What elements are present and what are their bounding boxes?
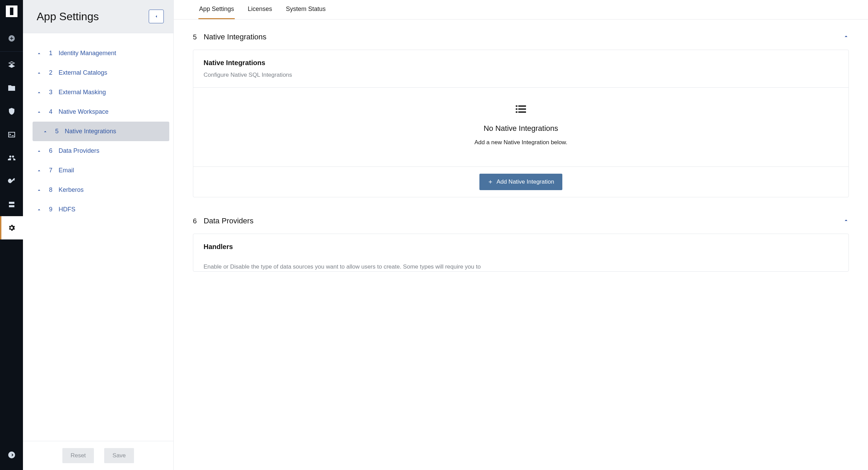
toc-label: External Masking: [59, 89, 106, 96]
toc-num: 9: [48, 206, 52, 213]
toc-label: Identity Management: [59, 50, 116, 57]
section-header-data-providers[interactable]: 6 Data Providers: [193, 214, 849, 234]
card-title: Handlers: [204, 243, 838, 251]
app-logo[interactable]: [6, 5, 17, 17]
tab-licenses[interactable]: Licenses: [247, 0, 273, 19]
add-native-integration-label: Add Native Integration: [497, 178, 554, 185]
toc-item-data-providers[interactable]: 6 Data Providers: [23, 141, 163, 161]
nav-rail: [0, 0, 23, 470]
add-native-integration-button[interactable]: Add Native Integration: [479, 174, 562, 190]
toc-num: 1: [48, 50, 52, 57]
section-header-native-integrations[interactable]: 5 Native Integrations: [193, 30, 849, 50]
toc-num: 5: [54, 128, 59, 135]
nav-collapse[interactable]: [0, 443, 23, 467]
chevron-up-icon: [37, 51, 41, 56]
tab-system-status[interactable]: System Status: [285, 0, 326, 19]
toc-num: 7: [48, 167, 52, 174]
chevron-up-icon: [37, 149, 41, 153]
card-head: Native Integrations Configure Native SQL…: [193, 50, 848, 88]
toc-label: Native Workspace: [59, 108, 109, 115]
chevron-up-icon: [43, 129, 48, 134]
chevron-up-icon: [37, 188, 41, 193]
sidebar-header: App Settings: [23, 0, 173, 33]
tabs: App Settings Licenses System Status: [174, 0, 868, 20]
toc-item-kerberos[interactable]: 8 Kerberos: [23, 180, 163, 200]
empty-subtitle: Add a new Native Integration below.: [204, 139, 838, 146]
nav-settings[interactable]: [0, 216, 23, 239]
sidebar-title: App Settings: [37, 10, 99, 23]
chevron-left-icon: [154, 14, 159, 19]
nav-layers[interactable]: [0, 53, 23, 76]
toc-item-identity-management[interactable]: 1 Identity Management: [23, 44, 163, 63]
arrow-right-circle-icon: [8, 451, 16, 459]
toc-num: 8: [48, 186, 52, 194]
toc-label: Native Integrations: [65, 128, 116, 135]
terminal-icon: [8, 131, 16, 139]
card-subtitle: Configure Native SQL Integrations: [204, 72, 838, 78]
shield-icon: [8, 107, 16, 115]
key-icon: [8, 177, 16, 185]
nav-folder[interactable]: [0, 76, 23, 100]
chevron-up-icon: [37, 168, 41, 173]
toc-item-external-catalogs[interactable]: 2 External Catalogs: [23, 63, 163, 83]
toc-label: External Catalogs: [59, 69, 107, 76]
gear-icon: [8, 224, 16, 232]
layers-icon: [8, 61, 16, 69]
toc-item-native-integrations[interactable]: 5 Native Integrations: [33, 122, 169, 141]
card-title: Native Integrations: [204, 59, 838, 67]
nav-storage[interactable]: [0, 193, 23, 216]
section-num: 5: [193, 33, 197, 41]
nav-key[interactable]: [0, 170, 23, 193]
tab-app-settings[interactable]: App Settings: [198, 0, 235, 19]
chevron-up-icon: [37, 71, 41, 75]
toc-num: 3: [48, 89, 52, 96]
empty-state: No Native Integrations Add a new Native …: [193, 88, 848, 167]
reset-button[interactable]: Reset: [62, 448, 94, 463]
chevron-up-icon: [37, 207, 41, 212]
toc-num: 6: [48, 147, 52, 154]
toc-num: 4: [48, 108, 52, 115]
native-integrations-card: Native Integrations Configure Native SQL…: [193, 50, 849, 197]
chevron-up-icon: [843, 218, 849, 224]
card-head: Handlers: [193, 234, 848, 259]
toc-item-hdfs[interactable]: 9 HDFS: [23, 200, 163, 219]
section-num: 6: [193, 217, 197, 225]
plus-circle-icon: [8, 35, 15, 42]
users-icon: [8, 154, 16, 162]
handlers-card: Handlers Enable or Disable the type of d…: [193, 234, 849, 272]
toc-num: 2: [48, 69, 52, 76]
sidebar-collapse-button[interactable]: [149, 10, 164, 23]
folder-icon: [8, 84, 16, 92]
nav-shield[interactable]: [0, 100, 23, 123]
toc-label: Data Providers: [59, 147, 99, 154]
toc-item-email[interactable]: 7 Email: [23, 161, 163, 180]
settings-sidebar: App Settings 1 Identity Management 2 Ext…: [23, 0, 174, 470]
section-title: Native Integrations: [204, 33, 836, 41]
nav-add[interactable]: [0, 27, 23, 50]
nav-terminal[interactable]: [0, 123, 23, 146]
toc-label: Email: [59, 167, 74, 174]
toc-label: Kerberos: [59, 186, 84, 194]
main: App Settings Licenses System Status 5 Na…: [174, 0, 868, 470]
list-icon: [516, 105, 526, 114]
toc-scroll[interactable]: 1 Identity Management 2 External Catalog…: [23, 33, 173, 441]
empty-title: No Native Integrations: [204, 124, 838, 133]
toc-label: HDFS: [59, 206, 75, 213]
storage-icon: [8, 200, 16, 209]
sidebar-footer: Reset Save: [23, 441, 173, 470]
chevron-up-icon: [37, 90, 41, 95]
section-title: Data Providers: [204, 217, 836, 225]
chevron-up-icon: [843, 34, 849, 40]
save-button[interactable]: Save: [104, 448, 134, 463]
toc-item-external-masking[interactable]: 3 External Masking: [23, 83, 163, 102]
toc-item-native-workspace[interactable]: 4 Native Workspace: [23, 102, 163, 122]
chevron-up-icon: [37, 110, 41, 114]
nav-users[interactable]: [0, 146, 23, 170]
sidebar-body: 1 Identity Management 2 External Catalog…: [23, 33, 173, 441]
card-footer: Add Native Integration: [193, 167, 848, 197]
plus-icon: [488, 179, 493, 185]
content[interactable]: 5 Native Integrations Native Integration…: [174, 20, 868, 470]
card-body: Enable or Disable the type of data sourc…: [193, 259, 848, 271]
